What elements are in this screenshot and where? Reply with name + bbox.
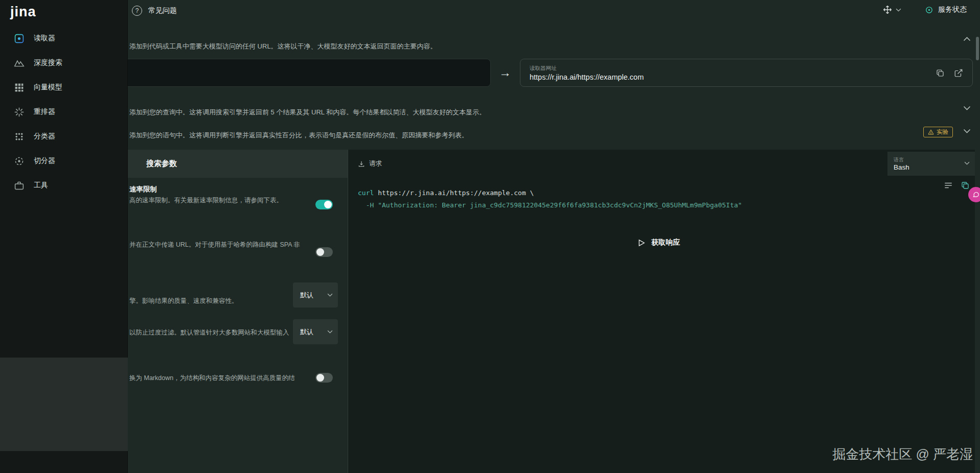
reader-url-result-panel: 读取器网址 https://r.jina.ai/https://example.… [520,59,973,87]
sidebar-item-embeddings[interactable]: 向量模型 [0,75,128,100]
copy-code-icon[interactable] [961,181,970,190]
sidebar-item-label: 重排器 [34,107,55,116]
wrap-lines-icon[interactable] [944,181,953,190]
sidebar-item-segmenter[interactable]: 切分器 [0,149,128,173]
param-engine-desc: 擎。影响结果的质量、速度和兼容性。 [129,297,238,305]
sidebar-item-label: 切分器 [34,156,55,165]
reader-url-input[interactable] [72,59,491,87]
expand-ground-chevron-down-icon[interactable] [963,129,971,133]
service-status-link[interactable]: 服务状态 [925,5,967,14]
locale-switcher[interactable] [882,5,901,15]
warning-triangle-icon [928,129,934,135]
segments-icon [14,156,25,167]
jina-logo[interactable]: jina [10,4,36,20]
watermark: 掘金技术社区 @ 严老湿 [832,445,973,463]
page-scrollbar-thumb[interactable] [976,37,979,60]
get-response-label: 获取响应 [651,238,680,247]
tokens-panel: 可用词元 1M •••a [0,358,128,451]
reader-url-actions [936,68,963,78]
params-panel-title: 搜索参数 [146,159,177,169]
chevron-down-icon [327,330,333,334]
api-key-toggle[interactable] [315,200,333,209]
faq-label: 常见问题 [148,6,177,15]
sparkle-icon [14,107,25,117]
engine-select-value: 默认 [300,291,313,300]
code-command: curl [358,189,374,197]
expand-search-chevron-down-icon[interactable] [963,106,971,110]
reader-url-result-texts: 读取器网址 https://r.jina.ai/https://example.… [530,65,936,81]
engine-select[interactable]: 默认 [293,282,338,308]
markdown-toggle[interactable] [315,373,333,383]
reader-icon [14,33,25,44]
sidebar-item-tools[interactable]: 工具 [0,173,128,198]
sidebar-item-label: 读取器 [34,34,55,43]
search-description: 添加到您的查询中。这将调用搜索引擎并返回前 5 个结果及其 URL 和内容。每个… [129,108,486,117]
sidebar-item-reader[interactable]: 读取器 [0,26,128,51]
sidebar-item-reranker[interactable]: 重排器 [0,100,128,124]
mountains-icon [14,58,25,68]
language-select-value: Bash [894,163,969,171]
arrow-right-icon: → [499,65,511,80]
filter-select[interactable]: 默认 [293,319,338,344]
feedback-fab[interactable] [968,187,980,202]
external-link-icon[interactable] [954,68,963,78]
sidebar-item-label: 向量模型 [34,83,62,92]
experimental-badge: 实验 [923,127,953,137]
sidebar-item-label: 工具 [34,181,48,190]
request-title: 请求 [369,159,382,168]
sidebar: jina 读取器 深度搜索 [0,0,128,473]
help-circle-icon: ? [132,6,142,16]
pulse-icon [925,6,933,14]
sidebar-item-deepsearch[interactable]: 深度搜索 [0,51,128,75]
grid-icon [14,82,25,93]
dots-icon [14,131,25,142]
request-icon [358,160,365,168]
param-rate-limit-heading: 速率限制 [129,185,157,194]
chevron-down-icon [896,8,901,12]
code-actions [944,181,970,190]
ground-description: 添加到您的语句中。这将调用判断引擎并返回真实性百分比，表示语句是真还是假的布尔值… [129,131,468,140]
reader-url-label: 读取器网址 [530,65,936,72]
chevron-down-icon [964,161,970,165]
sidebar-item-label: 分类器 [34,132,55,141]
param-spa-desc: 并在正文中传递 URL。对于使用基于哈希的路由构建 SPA 非 [129,241,300,249]
copy-icon[interactable] [936,68,945,78]
language-select-label: 语言 [894,156,969,163]
axes-icon [882,5,893,15]
play-icon [637,239,646,247]
reader-description: 添加到代码或工具中需要大模型访问的任何 URL。这将以干净、大模型友好的文本返回… [129,42,437,51]
chevron-down-icon [327,293,333,297]
spa-toggle[interactable] [315,247,333,257]
briefcase-icon [14,180,25,191]
filter-select-value: 默认 [300,327,313,337]
chat-icon [972,191,979,198]
faq-link[interactable]: ? 常见问题 [132,6,177,16]
sidebar-item-classifier[interactable]: 分类器 [0,124,128,149]
service-status-label: 服务状态 [938,5,967,14]
topbar-right: 服务状态 [882,5,967,15]
get-response-button[interactable]: 获取响应 [637,238,680,247]
language-select[interactable]: 语言 Bash [887,152,975,176]
collapse-reader-chevron-up-icon[interactable] [963,37,971,41]
request-title-row: 请求 [358,159,382,168]
code-line-2: -H "Authorization: Bearer jina_c9dc75981… [358,199,742,211]
param-rate-limit-desc: 高的速率限制。有关最新速率限制信息，请参阅下表。 [129,196,283,205]
reader-url-value: https://r.jina.ai/https://example.com [530,73,936,81]
param-filter-desc: 以防止过度过滤。默认管道针对大多数网站和大模型输入 [129,328,289,337]
jina-api-dashboard: ? 常见问题 服务状态 添加到代码或工具中需要大模型访问的任何 URL。这将以干… [0,0,980,473]
experimental-badge-label: 实验 [937,128,948,136]
code-url-arg: https://r.jina.ai/https://example.com \ [374,189,534,197]
param-markdown-desc: 换为 Markdown，为结构和内容复杂的网站提供高质量的结 [129,374,295,383]
code-line-1: curl https://r.jina.ai/https://example.c… [358,187,742,199]
request-code-block: curl https://r.jina.ai/https://example.c… [358,187,742,211]
sidebar-item-label: 深度搜索 [34,58,62,67]
